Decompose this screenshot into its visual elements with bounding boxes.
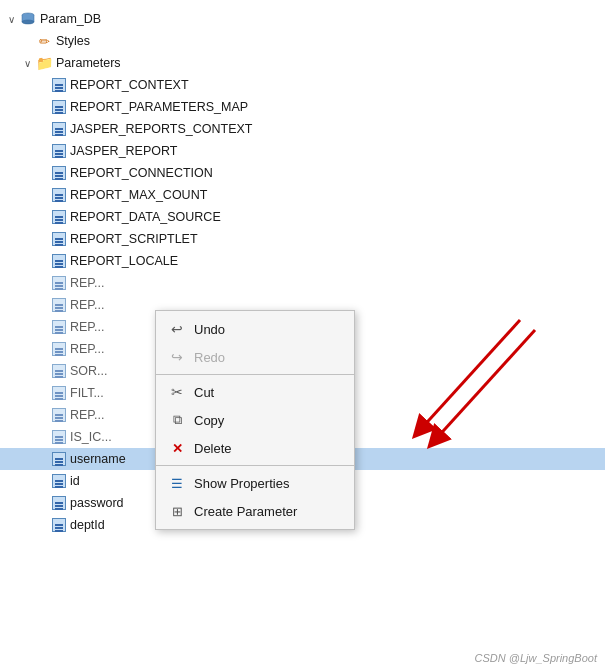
param-icon: [52, 254, 66, 268]
copy-label: Copy: [194, 413, 224, 428]
menu-item-show-properties[interactable]: ☰ Show Properties: [156, 469, 354, 497]
show-properties-label: Show Properties: [194, 476, 289, 491]
is-ic-label: IS_IC...: [70, 430, 112, 444]
menu-item-delete[interactable]: ✕ Delete: [156, 434, 354, 462]
redo-label: Redo: [194, 350, 225, 365]
tree-item-param-db[interactable]: ∨ Param_DB: [0, 8, 605, 30]
param-icon: [52, 320, 66, 334]
watermark-text: CSDN @Ljw_SpringBoot: [475, 652, 597, 664]
tree-item-report-parameters-map[interactable]: ▸ REPORT_PARAMETERS_MAP: [0, 96, 605, 118]
dept-id-label: deptId: [70, 518, 105, 532]
menu-item-undo[interactable]: ↩ Undo: [156, 315, 354, 343]
id-label: id: [70, 474, 80, 488]
tree-item-report-max-count[interactable]: ▸ REPORT_MAX_COUNT: [0, 184, 605, 206]
undo-icon: ↩: [168, 320, 186, 338]
copy-icon: ⧉: [168, 411, 186, 429]
context-menu: ↩ Undo ↪ Redo ✂ Cut ⧉ Copy ✕ Delete ☰ Sh…: [155, 310, 355, 530]
param-icon: [52, 78, 66, 92]
param-icon: [52, 452, 66, 466]
show-properties-icon: ☰: [168, 474, 186, 492]
menu-item-create-parameter[interactable]: ⊞ Create Parameter: [156, 497, 354, 525]
tree-item-report-context[interactable]: ▸ REPORT_CONTEXT: [0, 74, 605, 96]
filt-label: FILT...: [70, 386, 104, 400]
report-scriptlet-label: REPORT_SCRIPTLET: [70, 232, 198, 246]
separator-1: [156, 374, 354, 375]
menu-item-redo[interactable]: ↪ Redo: [156, 343, 354, 371]
delete-label: Delete: [194, 441, 232, 456]
svg-point-2: [22, 20, 34, 24]
tree-item-jasper-report[interactable]: ▸ JASPER_REPORT: [0, 140, 605, 162]
report-connection-label: REPORT_CONNECTION: [70, 166, 213, 180]
tree-item-report-scriptlet[interactable]: ▸ REPORT_SCRIPTLET: [0, 228, 605, 250]
expand-icon[interactable]: ∨: [4, 12, 18, 26]
cut-label: Cut: [194, 385, 214, 400]
rep3-label: REP...: [70, 320, 105, 334]
jasper-report-label: JASPER_REPORT: [70, 144, 177, 158]
undo-label: Undo: [194, 322, 225, 337]
report-parameters-map-label: REPORT_PARAMETERS_MAP: [70, 100, 248, 114]
password-label: password: [70, 496, 124, 510]
rep4-label: REP...: [70, 342, 105, 356]
rep1-label: REP...: [70, 276, 105, 290]
menu-item-copy[interactable]: ⧉ Copy: [156, 406, 354, 434]
username-label: username: [70, 452, 126, 466]
param-icon: [52, 210, 66, 224]
rep5-label: REP...: [70, 408, 105, 422]
tree-item-report-connection[interactable]: ▸ REPORT_CONNECTION: [0, 162, 605, 184]
param-db-label: Param_DB: [40, 12, 101, 26]
param-icon: [52, 298, 66, 312]
param-icon: [52, 342, 66, 356]
param-icon: [52, 166, 66, 180]
separator-2: [156, 465, 354, 466]
param-icon: [52, 276, 66, 290]
tree-item-jasper-reports-context[interactable]: ▸ JASPER_REPORTS_CONTEXT: [0, 118, 605, 140]
pencil-icon: ✏: [36, 33, 52, 49]
watermark: CSDN @Ljw_SpringBoot: [475, 652, 597, 664]
report-max-count-label: REPORT_MAX_COUNT: [70, 188, 207, 202]
jasper-reports-context-label: JASPER_REPORTS_CONTEXT: [70, 122, 252, 136]
param-icon: [52, 232, 66, 246]
param-icon: [52, 188, 66, 202]
param-icon: [52, 474, 66, 488]
param-icon: [52, 100, 66, 114]
param-icon: [52, 144, 66, 158]
param-icon: [52, 518, 66, 532]
delete-icon: ✕: [168, 439, 186, 457]
create-parameter-icon: ⊞: [168, 502, 186, 520]
param-icon: [52, 386, 66, 400]
cut-icon: ✂: [168, 383, 186, 401]
menu-item-cut[interactable]: ✂ Cut: [156, 378, 354, 406]
param-icon: [52, 430, 66, 444]
param-icon: [52, 408, 66, 422]
tree-item-report-locale[interactable]: ▸ REPORT_LOCALE: [0, 250, 605, 272]
param-icon: [52, 364, 66, 378]
rep2-label: REP...: [70, 298, 105, 312]
folder-icon: 📁: [36, 55, 52, 71]
param-icon: [52, 122, 66, 136]
create-parameter-label: Create Parameter: [194, 504, 297, 519]
tree-item-parameters[interactable]: ∨ 📁 Parameters: [0, 52, 605, 74]
parameters-expand-icon[interactable]: ∨: [20, 56, 34, 70]
report-data-source-label: REPORT_DATA_SOURCE: [70, 210, 221, 224]
styles-label: Styles: [56, 34, 90, 48]
tree-item-rep1[interactable]: ▸ REP...: [0, 272, 605, 294]
report-context-label: REPORT_CONTEXT: [70, 78, 189, 92]
report-locale-label: REPORT_LOCALE: [70, 254, 178, 268]
parameters-label: Parameters: [56, 56, 121, 70]
tree-item-styles[interactable]: ▸ ✏ Styles: [0, 30, 605, 52]
param-icon: [52, 496, 66, 510]
sor-label: SOR...: [70, 364, 108, 378]
db-icon: [20, 11, 36, 27]
tree-item-report-data-source[interactable]: ▸ REPORT_DATA_SOURCE: [0, 206, 605, 228]
redo-icon: ↪: [168, 348, 186, 366]
